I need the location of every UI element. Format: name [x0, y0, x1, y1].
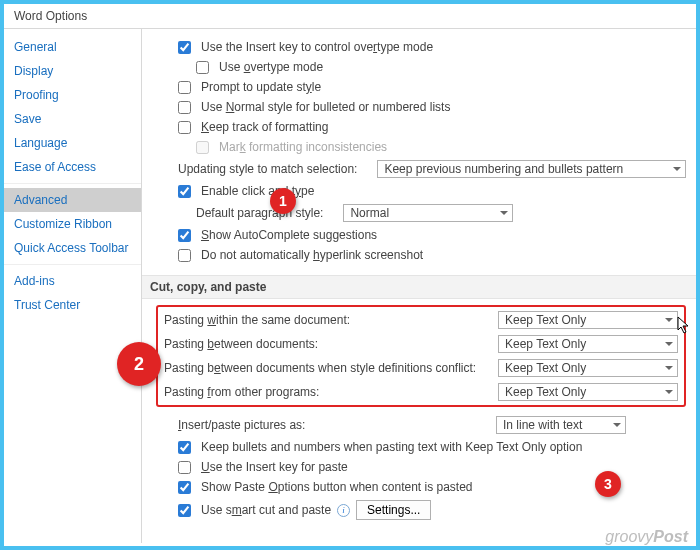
show-paste-options-checkbox[interactable] — [178, 481, 191, 494]
insert-key-overtype-checkbox[interactable] — [178, 41, 191, 54]
enable-click-type-label: Enable click and type — [201, 184, 314, 198]
paste-dropdown-0[interactable]: Keep Text Only — [498, 311, 678, 329]
smart-cut-paste-label: Use smart cut and paste — [201, 503, 331, 517]
sidebar-item-quick-access-toolbar[interactable]: Quick Access Toolbar — [4, 236, 141, 260]
prompt-update-style-label: Prompt to update style — [201, 80, 321, 94]
sidebar-item-display[interactable]: Display — [4, 59, 141, 83]
insert-key-paste-checkbox[interactable] — [178, 461, 191, 474]
normal-style-lists-checkbox[interactable] — [178, 101, 191, 114]
keep-track-formatting-checkbox[interactable] — [178, 121, 191, 134]
update-style-selection-label: Updating style to match selection: — [178, 162, 357, 176]
paste-label-1: Pasting between documents: — [164, 337, 490, 351]
insert-pictures-dropdown[interactable]: In line with text — [496, 416, 626, 434]
sidebar-item-advanced[interactable]: Advanced — [4, 188, 141, 212]
no-hyperlink-screenshot-checkbox[interactable] — [178, 249, 191, 262]
mark-inconsistencies-checkbox — [196, 141, 209, 154]
insert-key-paste-label: Use the Insert key for paste — [201, 460, 348, 474]
prompt-update-style-checkbox[interactable] — [178, 81, 191, 94]
normal-style-lists-label: Use Normal style for bulleted or numbere… — [201, 100, 450, 114]
show-paste-options-label: Show Paste Options button when content i… — [201, 480, 473, 494]
overtype-mode-label: Use overtype mode — [219, 60, 323, 74]
sidebar-item-save[interactable]: Save — [4, 107, 141, 131]
show-autocomplete-label: Show AutoComplete suggestions — [201, 228, 377, 242]
no-hyperlink-screenshot-label: Do not automatically hyperlink screensho… — [201, 248, 423, 262]
paste-label-2: Pasting between documents when style def… — [164, 361, 490, 375]
paste-label-0: Pasting within the same document: — [164, 313, 490, 327]
keep-bullets-numbers-checkbox[interactable] — [178, 441, 191, 454]
sidebar-item-general[interactable]: General — [4, 35, 141, 59]
keep-bullets-numbers-label: Keep bullets and numbers when pasting te… — [201, 440, 582, 454]
window-title: Word Options — [4, 4, 696, 29]
info-icon[interactable]: i — [337, 504, 350, 517]
insert-key-overtype-label: Use the Insert key to control overtype m… — [201, 40, 433, 54]
insert-pictures-label: Insert/paste pictures as: — [178, 418, 305, 432]
section-cut-copy-paste: Cut, copy, and paste — [142, 275, 696, 299]
show-autocomplete-checkbox[interactable] — [178, 229, 191, 242]
paste-dropdown-1[interactable]: Keep Text Only — [498, 335, 678, 353]
paste-dropdown-2[interactable]: Keep Text Only — [498, 359, 678, 377]
paste-dropdown-3[interactable]: Keep Text Only — [498, 383, 678, 401]
sidebar-item-customize-ribbon[interactable]: Customize Ribbon — [4, 212, 141, 236]
sidebar-item-trust-center[interactable]: Trust Center — [4, 293, 141, 317]
paste-label-3: Pasting from other programs: — [164, 385, 490, 399]
sidebar: GeneralDisplayProofingSaveLanguageEase o… — [4, 29, 142, 543]
paste-options-group: Pasting within the same document:Keep Te… — [156, 305, 686, 407]
enable-click-type-checkbox[interactable] — [178, 185, 191, 198]
default-paragraph-style-label: Default paragraph style: — [196, 206, 323, 220]
mark-inconsistencies-label: Mark formatting inconsistencies — [219, 140, 387, 154]
update-style-selection-dropdown[interactable]: Keep previous numbering and bullets patt… — [377, 160, 686, 178]
smart-cut-paste-checkbox[interactable] — [178, 504, 191, 517]
main-panel: Use the Insert key to control overtype m… — [142, 29, 696, 543]
sidebar-item-language[interactable]: Language — [4, 131, 141, 155]
settings-button[interactable]: Settings... — [356, 500, 431, 520]
sidebar-item-proofing[interactable]: Proofing — [4, 83, 141, 107]
keep-track-formatting-label: Keep track of formatting — [201, 120, 328, 134]
sidebar-item-ease-of-access[interactable]: Ease of Access — [4, 155, 141, 179]
overtype-mode-checkbox[interactable] — [196, 61, 209, 74]
default-paragraph-style-dropdown[interactable]: Normal — [343, 204, 513, 222]
sidebar-item-add-ins[interactable]: Add-ins — [4, 269, 141, 293]
